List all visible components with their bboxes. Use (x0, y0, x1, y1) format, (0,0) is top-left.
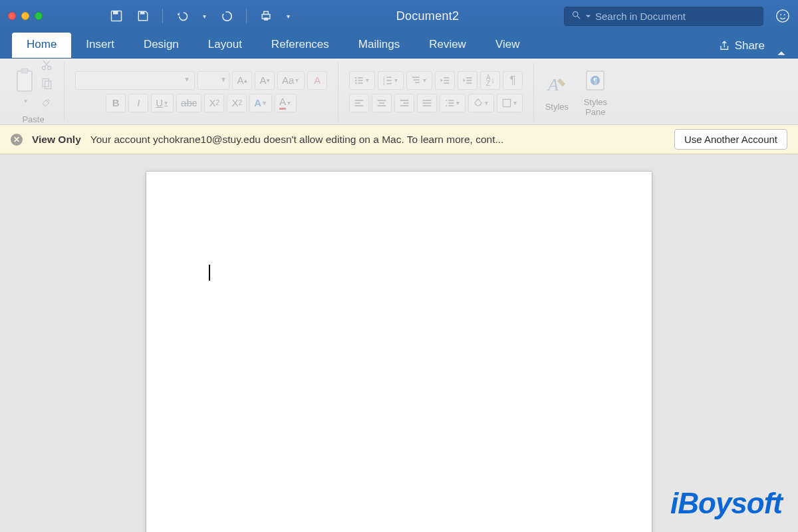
autosave-icon[interactable] (109, 9, 124, 23)
paste-button[interactable]: ▾ (13, 66, 37, 104)
svg-rect-31 (416, 82, 420, 83)
undo-icon[interactable] (175, 9, 190, 23)
qat-separator (162, 9, 163, 23)
text-cursor (209, 265, 210, 281)
align-left-button[interactable] (349, 94, 369, 112)
line-spacing-button[interactable]: ▾ (440, 94, 466, 112)
redo-icon[interactable] (219, 9, 234, 23)
group-styles: A Styles (541, 71, 573, 112)
search-box[interactable] (564, 7, 763, 26)
align-right-button[interactable] (394, 94, 414, 112)
font-size-select[interactable] (198, 71, 229, 90)
font-family-select[interactable] (75, 71, 195, 90)
svg-rect-26 (387, 80, 392, 81)
tab-view[interactable]: View (481, 33, 535, 58)
svg-text:¶: ¶ (593, 76, 597, 86)
clear-formatting-button[interactable]: A (307, 71, 327, 90)
close-window-button[interactable] (8, 12, 16, 20)
print-icon[interactable] (259, 9, 273, 23)
tab-review[interactable]: Review (414, 33, 481, 58)
svg-point-10 (784, 14, 785, 15)
svg-rect-48 (423, 102, 432, 104)
format-painter-icon[interactable] (40, 96, 53, 112)
font-color-button[interactable]: A▾ (275, 94, 297, 112)
svg-rect-41 (378, 100, 386, 101)
cut-icon[interactable] (40, 59, 53, 74)
svg-rect-37 (467, 82, 472, 84)
group-font: A▴ A▾ Aa▾ A B I U▾ abc X2 X2 A▾ A▾ (71, 71, 331, 112)
document-canvas[interactable] (0, 154, 798, 532)
group-separator (338, 63, 338, 121)
undo-dropdown-icon[interactable]: ▾ (201, 13, 207, 20)
tab-home[interactable]: Home (12, 33, 71, 58)
svg-rect-20 (358, 80, 363, 81)
decrease-indent-button[interactable] (435, 71, 455, 90)
qat-customize-icon[interactable]: ▾ (285, 13, 291, 20)
svg-rect-45 (404, 102, 409, 104)
copy-icon[interactable] (40, 77, 53, 93)
svg-rect-5 (264, 18, 269, 21)
document-page[interactable] (146, 172, 652, 532)
svg-rect-15 (43, 79, 49, 87)
subscript-button[interactable]: X2 (204, 94, 224, 112)
tab-layout[interactable]: Layout (194, 33, 257, 58)
svg-line-7 (577, 16, 580, 19)
svg-rect-35 (467, 77, 472, 78)
italic-button[interactable]: I (128, 94, 148, 112)
svg-rect-11 (17, 71, 32, 91)
search-dropdown-icon[interactable] (585, 10, 591, 22)
paste-dropdown-icon[interactable]: ▾ (23, 97, 29, 104)
collapse-ribbon-icon[interactable] (777, 49, 786, 58)
shading-button[interactable]: ▾ (468, 94, 494, 112)
increase-indent-button[interactable] (458, 71, 477, 90)
svg-rect-49 (423, 105, 432, 106)
show-paragraph-marks-button[interactable]: ¶ (503, 71, 523, 90)
svg-rect-36 (467, 80, 472, 81)
grow-font-button[interactable]: A▴ (232, 71, 252, 90)
shrink-font-button[interactable]: A▾ (255, 71, 275, 90)
svg-rect-16 (45, 81, 51, 89)
tab-mailings[interactable]: Mailings (344, 33, 414, 58)
window-controls (8, 12, 43, 20)
styles-pane-button[interactable]: ¶ (583, 66, 607, 94)
tab-insert[interactable]: Insert (71, 33, 129, 58)
sort-button[interactable]: AZ↓ (480, 71, 500, 90)
bold-button[interactable]: B (106, 94, 126, 112)
svg-rect-24 (387, 76, 392, 78)
minimize-window-button[interactable] (21, 12, 29, 20)
document-title: Document2 (291, 9, 564, 23)
zoom-window-button[interactable] (35, 12, 43, 20)
svg-rect-4 (264, 11, 269, 14)
svg-rect-40 (355, 105, 364, 106)
strikethrough-button[interactable]: abc (176, 94, 201, 112)
multilevel-list-button[interactable]: ▾ (406, 71, 432, 90)
tab-design[interactable]: Design (129, 33, 194, 58)
styles-button[interactable]: A (545, 71, 569, 99)
svg-rect-53 (503, 99, 511, 106)
close-infobar-icon[interactable]: ✕ (11, 134, 23, 146)
svg-rect-1 (113, 11, 118, 15)
share-button[interactable]: Share (712, 34, 771, 58)
group-clipboard: ▾ Paste (9, 59, 57, 124)
ribbon-tabs: Home Insert Design Layout References Mai… (0, 32, 798, 59)
svg-point-6 (573, 11, 579, 17)
svg-text:A: A (547, 75, 559, 94)
feedback-smiley-icon[interactable] (775, 9, 790, 23)
search-input[interactable] (595, 11, 756, 22)
tab-references[interactable]: References (257, 33, 344, 58)
text-effects-button[interactable]: A▾ (249, 94, 272, 112)
underline-button[interactable]: U▾ (151, 94, 174, 112)
svg-rect-44 (400, 100, 409, 101)
change-case-button[interactable]: Aa▾ (277, 71, 305, 90)
bullets-button[interactable]: ▾ (349, 71, 375, 90)
superscript-button[interactable]: X2 (227, 94, 247, 112)
svg-rect-46 (400, 105, 409, 106)
svg-rect-32 (444, 77, 450, 78)
align-center-button[interactable] (372, 94, 392, 112)
justify-button[interactable] (417, 94, 437, 112)
use-another-account-button[interactable]: Use Another Account (674, 129, 787, 150)
borders-button[interactable]: ▾ (497, 94, 523, 112)
save-icon[interactable] (136, 9, 150, 23)
numbering-button[interactable]: 123▾ (378, 71, 404, 90)
svg-point-8 (777, 10, 789, 22)
